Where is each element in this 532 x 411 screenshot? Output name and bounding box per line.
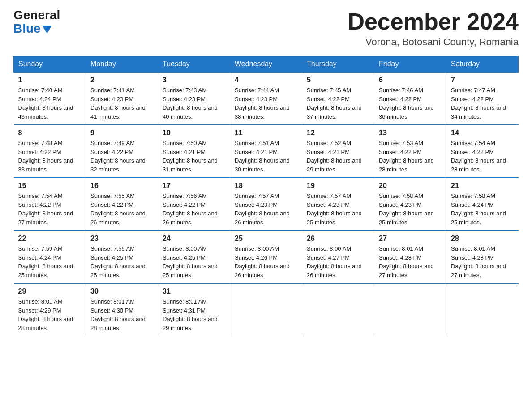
day-number: 5: [307, 76, 369, 84]
day-info: Sunrise: 7:50 AMSunset: 4:21 PMDaylight:…: [163, 140, 218, 173]
day-number: 18: [235, 182, 297, 190]
day-number: 15: [18, 182, 82, 190]
day-info: Sunrise: 7:53 AMSunset: 4:22 PMDaylight:…: [379, 140, 434, 173]
day-number: 21: [451, 182, 514, 190]
calendar-cell: 2 Sunrise: 7:41 AMSunset: 4:23 PMDayligh…: [86, 72, 158, 125]
day-number: 6: [379, 76, 442, 84]
calendar-cell: 4 Sunrise: 7:44 AMSunset: 4:23 PMDayligh…: [230, 72, 302, 125]
calendar-cell: [302, 283, 374, 336]
weekday-header-saturday: Saturday: [446, 56, 519, 73]
location-subtitle: Vorona, Botosani County, Romania: [348, 36, 519, 48]
day-info: Sunrise: 8:00 AMSunset: 4:26 PMDaylight:…: [235, 245, 290, 278]
calendar-week-row: 8 Sunrise: 7:48 AMSunset: 4:22 PMDayligh…: [14, 125, 519, 178]
logo-arrow-icon: [42, 26, 52, 34]
day-info: Sunrise: 7:52 AMSunset: 4:21 PMDaylight:…: [307, 140, 362, 173]
calendar-week-row: 1 Sunrise: 7:40 AMSunset: 4:24 PMDayligh…: [14, 72, 519, 125]
day-number: 3: [163, 76, 225, 84]
calendar-cell: 30 Sunrise: 8:01 AMSunset: 4:30 PMDaylig…: [86, 283, 158, 336]
day-number: 25: [235, 235, 297, 243]
day-number: 30: [90, 287, 153, 295]
day-number: 26: [307, 235, 369, 243]
calendar-cell: 15 Sunrise: 7:54 AMSunset: 4:22 PMDaylig…: [14, 178, 86, 231]
day-info: Sunrise: 7:48 AMSunset: 4:22 PMDaylight:…: [18, 140, 73, 173]
day-number: 17: [163, 182, 225, 190]
calendar-cell: [446, 283, 519, 336]
day-number: 27: [379, 235, 442, 243]
calendar-cell: 7 Sunrise: 7:47 AMSunset: 4:22 PMDayligh…: [446, 72, 519, 125]
day-number: 7: [451, 76, 514, 84]
day-info: Sunrise: 8:00 AMSunset: 4:27 PMDaylight:…: [307, 245, 362, 278]
calendar-cell: 1 Sunrise: 7:40 AMSunset: 4:24 PMDayligh…: [14, 72, 86, 125]
month-title: December 2024: [348, 9, 519, 34]
day-info: Sunrise: 7:57 AMSunset: 4:23 PMDaylight:…: [235, 193, 290, 226]
calendar-cell: 19 Sunrise: 7:57 AMSunset: 4:23 PMDaylig…: [302, 178, 374, 231]
day-number: 19: [307, 182, 369, 190]
calendar-cell: 22 Sunrise: 7:59 AMSunset: 4:24 PMDaylig…: [14, 231, 86, 283]
day-number: 14: [451, 129, 514, 137]
day-info: Sunrise: 7:44 AMSunset: 4:23 PMDaylight:…: [235, 87, 290, 120]
day-info: Sunrise: 7:59 AMSunset: 4:25 PMDaylight:…: [90, 245, 146, 278]
logo-blue-text: Blue: [13, 21, 52, 36]
calendar-week-row: 29 Sunrise: 8:01 AMSunset: 4:29 PMDaylig…: [14, 283, 519, 336]
calendar-cell: 21 Sunrise: 7:58 AMSunset: 4:24 PMDaylig…: [446, 178, 519, 231]
day-info: Sunrise: 8:01 AMSunset: 4:28 PMDaylight:…: [379, 245, 434, 278]
day-number: 22: [18, 235, 82, 243]
day-info: Sunrise: 7:58 AMSunset: 4:23 PMDaylight:…: [379, 193, 434, 226]
calendar-cell: 26 Sunrise: 8:00 AMSunset: 4:27 PMDaylig…: [302, 231, 374, 283]
calendar-cell: 3 Sunrise: 7:43 AMSunset: 4:23 PMDayligh…: [158, 72, 230, 125]
day-info: Sunrise: 7:47 AMSunset: 4:22 PMDaylight:…: [451, 87, 506, 120]
day-number: 28: [451, 235, 514, 243]
day-number: 16: [90, 182, 153, 190]
weekday-header-thursday: Thursday: [302, 56, 374, 73]
day-info: Sunrise: 7:49 AMSunset: 4:22 PMDaylight:…: [90, 140, 146, 173]
day-info: Sunrise: 7:51 AMSunset: 4:21 PMDaylight:…: [235, 140, 290, 173]
day-number: 10: [163, 129, 225, 137]
calendar-cell: 11 Sunrise: 7:51 AMSunset: 4:21 PMDaylig…: [230, 125, 302, 178]
day-info: Sunrise: 7:58 AMSunset: 4:24 PMDaylight:…: [451, 193, 506, 226]
calendar-cell: 17 Sunrise: 7:56 AMSunset: 4:22 PMDaylig…: [158, 178, 230, 231]
day-number: 12: [307, 129, 369, 137]
calendar-cell: 25 Sunrise: 8:00 AMSunset: 4:26 PMDaylig…: [230, 231, 302, 283]
calendar-cell: 20 Sunrise: 7:58 AMSunset: 4:23 PMDaylig…: [374, 178, 446, 231]
weekday-header-row: SundayMondayTuesdayWednesdayThursdayFrid…: [14, 56, 519, 73]
weekday-header-sunday: Sunday: [14, 56, 86, 73]
day-number: 11: [235, 129, 297, 137]
day-number: 1: [18, 76, 82, 84]
day-info: Sunrise: 7:41 AMSunset: 4:23 PMDaylight:…: [90, 87, 146, 120]
title-area: December 2024 Vorona, Botosani County, R…: [348, 9, 519, 48]
calendar-cell: 6 Sunrise: 7:46 AMSunset: 4:22 PMDayligh…: [374, 72, 446, 125]
day-number: 2: [90, 76, 153, 84]
calendar-week-row: 15 Sunrise: 7:54 AMSunset: 4:22 PMDaylig…: [14, 178, 519, 231]
day-number: 13: [379, 129, 442, 137]
day-number: 23: [90, 235, 153, 243]
day-info: Sunrise: 7:40 AMSunset: 4:24 PMDaylight:…: [18, 87, 73, 120]
day-number: 4: [235, 76, 297, 84]
calendar-cell: 29 Sunrise: 8:01 AMSunset: 4:29 PMDaylig…: [14, 283, 86, 336]
calendar-cell: [374, 283, 446, 336]
day-info: Sunrise: 7:43 AMSunset: 4:23 PMDaylight:…: [163, 87, 218, 120]
weekday-header-monday: Monday: [86, 56, 158, 73]
weekday-header-friday: Friday: [374, 56, 446, 73]
svg-marker-0: [42, 26, 52, 34]
calendar-cell: 24 Sunrise: 8:00 AMSunset: 4:25 PMDaylig…: [158, 231, 230, 283]
calendar-cell: 23 Sunrise: 7:59 AMSunset: 4:25 PMDaylig…: [86, 231, 158, 283]
day-info: Sunrise: 7:57 AMSunset: 4:23 PMDaylight:…: [307, 193, 362, 226]
calendar-table: SundayMondayTuesdayWednesdayThursdayFrid…: [13, 56, 519, 336]
weekday-header-wednesday: Wednesday: [230, 56, 302, 73]
calendar-cell: 13 Sunrise: 7:53 AMSunset: 4:22 PMDaylig…: [374, 125, 446, 178]
logo: General Blue: [13, 9, 60, 36]
calendar-cell: 14 Sunrise: 7:54 AMSunset: 4:22 PMDaylig…: [446, 125, 519, 178]
day-info: Sunrise: 8:01 AMSunset: 4:29 PMDaylight:…: [18, 298, 73, 331]
calendar-cell: 5 Sunrise: 7:45 AMSunset: 4:22 PMDayligh…: [302, 72, 374, 125]
calendar-cell: 10 Sunrise: 7:50 AMSunset: 4:21 PMDaylig…: [158, 125, 230, 178]
calendar-cell: 9 Sunrise: 7:49 AMSunset: 4:22 PMDayligh…: [86, 125, 158, 178]
calendar-cell: 31 Sunrise: 8:01 AMSunset: 4:31 PMDaylig…: [158, 283, 230, 336]
calendar-cell: 18 Sunrise: 7:57 AMSunset: 4:23 PMDaylig…: [230, 178, 302, 231]
day-info: Sunrise: 7:46 AMSunset: 4:22 PMDaylight:…: [379, 87, 434, 120]
day-number: 24: [163, 235, 225, 243]
day-info: Sunrise: 7:54 AMSunset: 4:22 PMDaylight:…: [18, 193, 73, 226]
day-number: 9: [90, 129, 153, 137]
calendar-cell: 27 Sunrise: 8:01 AMSunset: 4:28 PMDaylig…: [374, 231, 446, 283]
day-info: Sunrise: 7:54 AMSunset: 4:22 PMDaylight:…: [451, 140, 506, 173]
day-number: 31: [163, 287, 225, 295]
